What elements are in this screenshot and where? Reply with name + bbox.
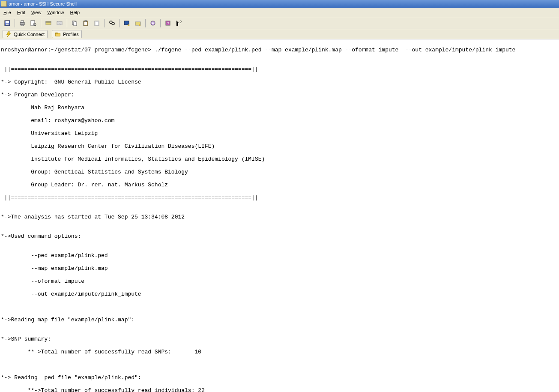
menu-edit[interactable]: Edit (17, 10, 25, 15)
svg-rect-1 (6, 21, 9, 23)
terminal-area[interactable]: nroshyar@arnor:~/genstat/07_programme/fc… (0, 39, 559, 392)
svg-rect-5 (21, 25, 24, 26)
svg-rect-14 (74, 22, 77, 26)
paste-selection-icon[interactable] (92, 18, 102, 28)
terminal-line: **->Total number of successfully read SN… (1, 349, 558, 355)
terminal-line: *->SNP summary: (1, 336, 558, 342)
menu-bar: File Edit View Window Help (0, 8, 559, 17)
quick-bar: Quick Connect Profiles (0, 29, 559, 39)
terminal-line: *->The analysis has started at Tue Sep 2… (1, 214, 558, 220)
settings-icon[interactable] (148, 18, 158, 28)
terminal-line: *-> Program Developer: (1, 92, 558, 98)
quick-connect-label: Quick Connect (14, 32, 45, 37)
svg-rect-22 (124, 21, 129, 25)
svg-text:?: ? (179, 20, 182, 24)
svg-rect-33 (56, 33, 57, 33)
new-terminal-icon[interactable] (122, 18, 132, 28)
find-icon[interactable] (107, 18, 117, 28)
window-title: arnor - arnor - SSH Secure Shell (9, 1, 77, 6)
svg-rect-10 (46, 21, 51, 23)
help-book-icon[interactable]: ? (163, 18, 173, 28)
svg-rect-19 (96, 22, 98, 25)
profiles-label: Profiles (63, 32, 79, 37)
new-file-transfer-icon[interactable] (133, 18, 143, 28)
print-icon[interactable] (18, 18, 27, 28)
svg-rect-16 (84, 22, 87, 25)
connect-icon[interactable] (44, 18, 53, 28)
app-icon (1, 1, 7, 7)
terminal-line: Institute for Medical Informatics, Stati… (1, 156, 558, 162)
copy-icon[interactable] (70, 18, 79, 28)
terminal-line: --oformat impute (1, 278, 558, 284)
menu-window[interactable]: Window (47, 10, 64, 15)
svg-text:?: ? (167, 21, 169, 25)
terminal-line: Leipzig Research Center for Civilization… (1, 143, 558, 150)
terminal-line: email: roshyara@yahoo.com (1, 117, 558, 124)
profiles-button[interactable]: Profiles (52, 30, 82, 38)
terminal-line: nroshyar@arnor:~/genstat/07_programme/fc… (1, 47, 558, 53)
svg-line-8 (36, 25, 36, 26)
terminal-line: Nab Raj Roshyara (1, 105, 558, 111)
terminal-line: --out example/impute/plink_impute (1, 291, 558, 297)
quick-connect-button[interactable]: Quick Connect (3, 30, 48, 38)
folder-icon (55, 31, 61, 37)
menu-help[interactable]: Help (70, 10, 80, 15)
paste-icon[interactable] (81, 18, 90, 28)
terminal-line: Group Leader: Dr. rer. nat. Markus Schol… (1, 182, 558, 188)
terminal-line: *->Reading map file "example/plink.map": (1, 317, 558, 323)
svg-point-21 (112, 22, 114, 25)
save-icon[interactable] (3, 18, 12, 28)
menu-view[interactable]: View (31, 10, 42, 15)
terminal-line: Group: Genetical Statistics and Systems … (1, 169, 558, 175)
terminal-line: Universitaet Leipzig (1, 130, 558, 137)
svg-rect-3 (20, 22, 24, 25)
terminal-line: *-> Reading ped file "example/plink.ped"… (1, 374, 558, 381)
terminal-line: --ped example/plink.ped (1, 252, 558, 259)
lightning-icon (6, 31, 12, 37)
svg-rect-17 (85, 21, 87, 22)
toolbar: ? ? (0, 17, 559, 29)
svg-rect-2 (6, 24, 9, 25)
terminal-line: *->Used command options: (1, 233, 558, 239)
terminal-line: ||======================================… (1, 66, 558, 72)
svg-point-27 (152, 22, 154, 24)
svg-rect-4 (21, 21, 24, 22)
print-preview-icon[interactable] (29, 18, 38, 28)
svg-marker-31 (7, 31, 11, 36)
terminal-line: *-> Copyright: GNU General Public Licens… (1, 79, 558, 85)
terminal-line: ||======================================… (1, 195, 558, 201)
context-help-icon[interactable]: ? (174, 18, 184, 28)
titlebar: arnor - arnor - SSH Secure Shell (0, 0, 559, 8)
disconnect-icon[interactable] (55, 18, 64, 28)
menu-file[interactable]: File (3, 10, 11, 15)
terminal-line: --map example/plink.map (1, 265, 558, 272)
terminal-line: **->Total number of successfully read in… (1, 387, 558, 392)
